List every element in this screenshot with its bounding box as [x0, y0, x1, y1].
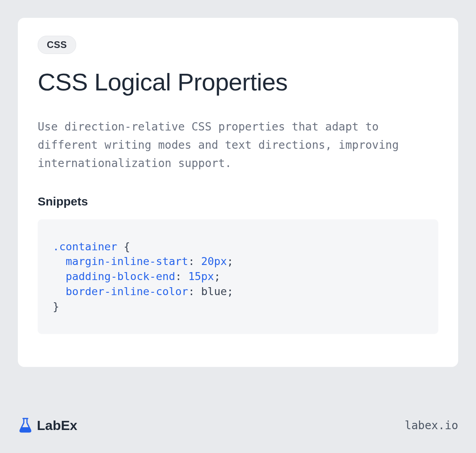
- domain-text: labex.io: [405, 419, 458, 432]
- content-card: CSS CSS Logical Properties Use direction…: [18, 18, 458, 367]
- description-text: Use direction-relative CSS properties th…: [38, 118, 438, 173]
- page-title: CSS Logical Properties: [38, 68, 438, 96]
- code-selector: .container: [53, 240, 117, 253]
- code-brace-open: {: [117, 240, 131, 253]
- footer: LabEx labex.io: [18, 417, 458, 433]
- code-line: padding-block-end: 15px;: [53, 270, 221, 282]
- code-line: margin-inline-start: 20px;: [53, 255, 233, 267]
- brand-name: LabEx: [37, 418, 77, 433]
- code-brace-close: }: [53, 300, 59, 313]
- brand: LabEx: [18, 417, 77, 433]
- category-tag: CSS: [38, 36, 76, 54]
- snippets-heading: Snippets: [38, 195, 438, 208]
- code-line: border-inline-color: blue;: [53, 285, 233, 298]
- flask-icon: [18, 417, 33, 433]
- code-snippet: .container { margin-inline-start: 20px; …: [38, 219, 438, 334]
